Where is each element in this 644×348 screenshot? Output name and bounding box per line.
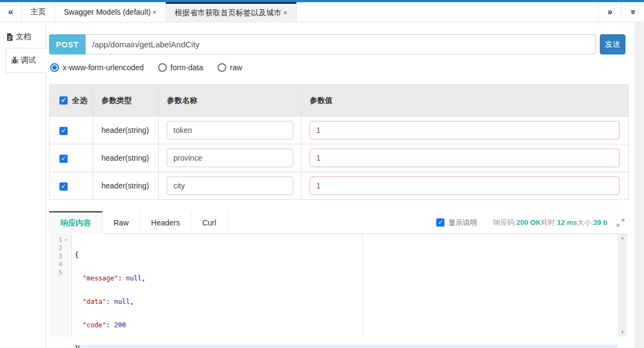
code-line-active: } <box>73 345 618 348</box>
radio-unselected-icon[interactable] <box>218 63 226 72</box>
status-code-value: 200 OK <box>516 218 541 227</box>
tab-label: 响应内容 <box>61 218 91 228</box>
column-header-value: 参数值 <box>302 85 629 117</box>
tab-bar: « 主页 Swagger Models (default) × 根据省市获取首页… <box>0 2 644 22</box>
response-meta: ✓ 显示说明 响应码:200 OK耗时:12 ms大小:39 b <box>436 211 628 234</box>
tab-curl[interactable]: Curl <box>191 211 228 234</box>
row-checkbox[interactable]: ✓ <box>59 155 68 163</box>
editor-gutter: 1▾ 2 3 4 5 <box>49 234 72 337</box>
select-all-checkbox[interactable]: ✓ <box>59 96 68 105</box>
tab-label: Swagger Models (default) <box>64 8 151 16</box>
http-method-badge: POST <box>49 34 86 54</box>
response-tabs-bar: 响应内容 Raw Headers Curl ✓ 显示说明 响应码:200 OK耗… <box>49 211 628 234</box>
param-type: header(string) <box>93 117 159 144</box>
tab-label: Raw <box>113 218 129 227</box>
code-line: "message": null, <box>73 274 618 283</box>
collapse-left-icon: « <box>8 7 13 17</box>
close-all-tabs-button[interactable]: « <box>621 2 644 22</box>
radio-raw[interactable]: raw <box>218 63 243 72</box>
code-line: "data": null, <box>73 298 618 306</box>
tab-home[interactable]: 主页 <box>22 2 55 22</box>
sidebar-item-label: 调试 <box>21 56 36 65</box>
radio-label: x-www-form-urlencoded <box>63 63 144 72</box>
scroll-up-icon[interactable]: ▲ <box>621 236 624 240</box>
content-type-options: x-www-form-urlencoded form-data raw <box>50 61 242 74</box>
tab-get-label-and-city[interactable]: 根据省市获取首页标签以及城市 × <box>166 2 297 22</box>
send-button[interactable]: 发送 <box>600 34 625 54</box>
bug-icon <box>10 56 19 65</box>
response-status-text: 响应码:200 OK耗时:12 ms大小:39 b <box>493 218 607 228</box>
fold-arrow-icon[interactable]: ▾ <box>62 237 70 242</box>
status-size-label: 大小: <box>577 218 593 227</box>
status-size-value: 39 b <box>593 218 607 227</box>
api-debug-page: « 主页 Swagger Models (default) × 根据省市获取首页… <box>0 0 644 348</box>
row-checkbox[interactable]: ✓ <box>59 127 68 135</box>
param-name-input[interactable] <box>167 149 293 167</box>
sidebar-item-docs[interactable]: 文档 <box>5 28 41 46</box>
request-url-input[interactable] <box>86 34 596 54</box>
status-code-label: 响应码: <box>493 218 516 227</box>
editor-scrollbar[interactable]: ▲ ▼ <box>618 234 627 337</box>
scroll-down-icon[interactable]: ▼ <box>621 331 624 335</box>
tab-raw[interactable]: Raw <box>103 211 140 234</box>
status-time-label: 耗时: <box>541 218 557 227</box>
tab-label: Curl <box>202 218 216 227</box>
tab-label: 主页 <box>31 7 46 17</box>
line-number: 5 <box>49 269 62 276</box>
param-value-input[interactable] <box>310 149 619 167</box>
tab-close-icon[interactable]: × <box>153 8 157 16</box>
param-name-input[interactable] <box>167 176 293 195</box>
code-area[interactable]: { "message": null, "data": null, "code":… <box>73 234 618 337</box>
param-value-input[interactable] <box>310 176 619 195</box>
line-number: 3 <box>49 253 62 260</box>
param-value-input[interactable] <box>310 121 619 139</box>
tab-swagger-models[interactable]: Swagger Models (default) × <box>55 2 166 22</box>
param-type: header(string) <box>93 144 159 172</box>
select-all-label: 全选 <box>72 96 87 106</box>
param-name-input[interactable] <box>167 121 293 139</box>
show-description-checkbox[interactable]: ✓ <box>436 218 444 227</box>
tab-headers[interactable]: Headers <box>140 211 191 234</box>
radio-label: raw <box>230 63 243 72</box>
show-description-label: 显示说明 <box>448 218 477 228</box>
line-number: 2 <box>49 245 62 252</box>
radio-form-data[interactable]: form-data <box>158 63 203 72</box>
tab-close-icon[interactable]: × <box>283 9 287 17</box>
tab-label: 根据省市获取首页标签以及城市 <box>174 8 281 18</box>
table-row: ✓ header(string) <box>50 172 629 200</box>
response-body-editor[interactable]: 1▾ 2 3 4 5 { "message": null, "data": nu… <box>49 234 627 337</box>
tab-label: Headers <box>151 218 180 227</box>
text-cursor <box>79 345 79 348</box>
sidebar-item-label: 文档 <box>16 32 31 42</box>
radio-x-www-form-urlencoded[interactable]: x-www-form-urlencoded <box>50 63 144 72</box>
column-header-name: 参数名称 <box>159 85 302 117</box>
line-number: 1 <box>49 236 62 243</box>
status-time-value: 12 ms <box>557 218 577 227</box>
sidebar-item-debug[interactable]: 调试 <box>5 48 47 73</box>
tab-response-content[interactable]: 响应内容 <box>49 211 103 234</box>
table-row: ✓ header(string) <box>50 117 629 144</box>
request-bar: POST 发送 <box>49 34 625 54</box>
column-header-type: 参数类型 <box>93 85 159 117</box>
chevron-double-down-icon: « <box>628 10 638 15</box>
table-header-row: ✓ 全选 参数类型 参数名称 参数值 <box>50 85 629 117</box>
code-line: "code": 200 <box>73 321 618 329</box>
document-icon <box>5 33 14 41</box>
params-table: ✓ 全选 参数类型 参数名称 参数值 ✓ header(string) ✓ he… <box>49 84 629 200</box>
chevron-right-icon: » <box>607 7 612 17</box>
param-type: header(string) <box>93 172 159 200</box>
code-line: { <box>73 251 618 259</box>
page-scrollbar[interactable] <box>635 22 644 348</box>
radio-selected-icon[interactable] <box>50 63 59 72</box>
show-description-toggle[interactable]: ✓ 显示说明 <box>436 218 477 228</box>
fullscreen-icon[interactable] <box>616 218 625 227</box>
sidebar-collapse-button[interactable]: « <box>0 2 22 22</box>
radio-label: form-data <box>171 63 203 72</box>
line-number: 4 <box>49 261 62 268</box>
tab-bar-actions: » « <box>598 2 644 22</box>
table-row: ✓ header(string) <box>50 144 629 172</box>
radio-unselected-icon[interactable] <box>158 63 167 72</box>
row-checkbox[interactable]: ✓ <box>59 182 68 191</box>
next-tabs-button[interactable]: » <box>598 2 621 22</box>
